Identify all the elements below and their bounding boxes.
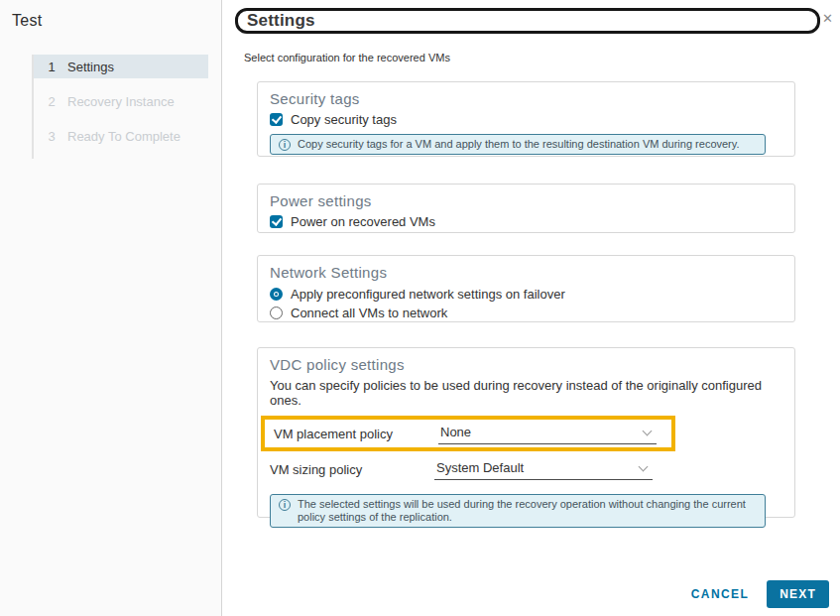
page-subtitle: Select configuration for the recovered V… [244,52,450,63]
checkbox-checked-icon [270,215,283,228]
step-number: 2 [47,94,57,109]
radio-selected-icon [270,288,283,301]
close-icon[interactable]: ✕ [822,12,833,26]
field-label: VM sizing policy [270,462,434,477]
section-title: VDC policy settings [270,356,782,373]
step-label: Ready To Complete [67,129,180,144]
step-list: 1 Settings 2 Recovery Instance 3 Ready T… [32,55,208,159]
alert-text: The selected settings will be used durin… [298,498,757,524]
section-security-tags: Security tags Copy security tags i Copy … [257,81,795,157]
step-label: Recovery Instance [67,94,175,109]
step-ready-to-complete[interactable]: 3 Ready To Complete [34,124,208,148]
next-button[interactable]: NEXT [767,580,829,608]
step-number: 3 [47,129,57,144]
vm-placement-policy-select[interactable]: None [438,423,657,444]
vdc-info-alert: i The selected settings will be used dur… [270,494,766,528]
wizard-content: Settings ✕ Select configuration for the … [223,0,840,616]
wizard-title: Test [12,12,43,30]
checkbox-label: Copy security tags [291,112,397,127]
section-description: You can specify policies to be used duri… [270,378,782,408]
chevron-down-icon [643,427,653,436]
vm-sizing-policy-select[interactable]: System Default [434,458,653,480]
step-number: 1 [47,60,57,74]
checkbox-label: Power on recovered VMs [291,214,435,229]
security-info-alert: i Copy security tags for a VM and apply … [270,134,766,155]
section-power-settings: Power settings Power on recovered VMs [257,184,795,233]
section-title: Security tags [270,90,782,107]
vm-sizing-policy-row: VM sizing policy System Default [270,458,782,480]
power-on-recovered-vms-checkbox[interactable]: Power on recovered VMs [270,214,782,229]
radio-connect-all-vms[interactable]: Connect all VMs to network [270,306,782,320]
vm-placement-policy-row: VM placement policy None [274,423,657,444]
radio-label: Apply preconfigured network settings on … [291,287,565,302]
section-network-settings: Network Settings Apply preconfigured net… [257,255,795,322]
step-settings[interactable]: 1 Settings [34,55,208,78]
step-recovery-instance[interactable]: 2 Recovery Instance [34,89,208,113]
section-title: Power settings [270,192,782,209]
page-title: Settings [247,10,315,31]
radio-unselected-icon [270,307,283,319]
radio-apply-preconfigured-network[interactable]: Apply preconfigured network settings on … [270,287,782,302]
wizard-sidebar: Test 1 Settings 2 Recovery Instance 3 Re… [0,0,222,616]
alert-text: Copy security tags for a VM and apply th… [298,138,740,151]
radio-label: Connect all VMs to network [291,306,447,320]
annotation-highlight-box: VM placement policy None [261,416,675,451]
chevron-down-icon [639,462,649,472]
field-label: VM placement policy [274,427,438,441]
step-label: Settings [67,60,114,74]
wizard-dialog: Test 1 Settings 2 Recovery Instance 3 Re… [0,0,840,616]
copy-security-tags-checkbox[interactable]: Copy security tags [270,112,782,127]
cancel-button[interactable]: CANCEL [691,587,749,601]
info-icon: i [279,139,291,151]
wizard-footer: CANCEL NEXT [691,580,829,608]
section-title: Network Settings [270,264,782,281]
info-icon: i [279,499,291,511]
select-value: None [440,425,471,439]
section-vdc-policy-settings: VDC policy settings You can specify poli… [257,347,795,518]
select-value: System Default [436,460,524,475]
annotation-title-outline: Settings [235,8,820,34]
checkbox-checked-icon [270,113,283,126]
